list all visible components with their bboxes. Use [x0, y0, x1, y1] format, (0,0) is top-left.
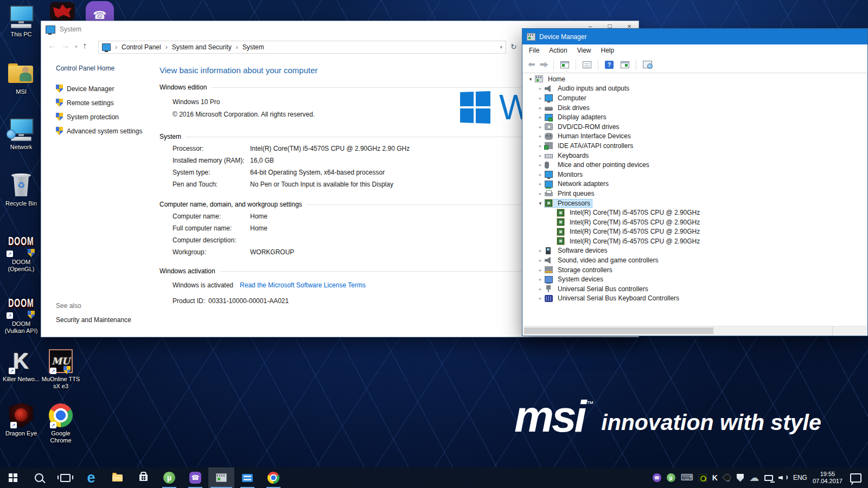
expander-icon[interactable] [536, 277, 545, 282]
address-bar[interactable]: Control Panel System and Security System [98, 41, 506, 54]
tree-item-keyboards[interactable]: Keyboards [523, 151, 867, 160]
desktop-icon-dragon-eye[interactable]: Dragon Eye [2, 402, 41, 437]
tree-item-storage-controllers[interactable]: Storage controllers [523, 265, 867, 275]
tree-item-audio[interactable]: Audio inputs and outputs [523, 84, 867, 94]
sidebar-remote-settings[interactable]: Remote settings [56, 98, 159, 107]
tree-item-cpu-1[interactable]: Intel(R) Core(TM) i5-4570S CPU @ 2.90GHz [523, 217, 867, 227]
tree-item-usb-keyboard-controllers[interactable]: Universal Serial Bus Keyboard Controller… [523, 294, 867, 304]
taskbar-chrome-button[interactable] [260, 467, 286, 488]
expander-icon[interactable] [536, 172, 545, 177]
expander-icon[interactable] [536, 191, 545, 196]
tree-item-dvd-cdrom[interactable]: DVD/CD-ROM drives [523, 122, 867, 132]
device-manager-titlebar[interactable]: Device Manager [522, 29, 867, 44]
properties-icon[interactable] [580, 59, 593, 70]
msi-gaming-app-icon[interactable] [50, 2, 75, 21]
desktop-icon-network[interactable]: Network [2, 116, 41, 151]
viber-desktop-icon[interactable] [86, 1, 114, 21]
tree-item-usb-controllers[interactable]: Universal Serial Bus controllers [523, 284, 867, 294]
task-view-button[interactable] [52, 467, 78, 488]
tray-nvidia-icon[interactable] [699, 474, 707, 481]
breadcrumb-system[interactable]: System [242, 43, 264, 51]
tree-item-hid[interactable]: Human Interface Devices [523, 132, 867, 142]
tray-volume-icon[interactable] [778, 474, 788, 481]
tree-item-network-adapters[interactable]: Network adapters [523, 179, 867, 189]
clock[interactable]: 19:55 07.04.2017 [813, 471, 843, 485]
expander-icon[interactable] [536, 181, 545, 187]
expander-icon[interactable] [536, 153, 545, 158]
expander-icon[interactable] [536, 105, 545, 111]
menu-help[interactable]: Help [596, 47, 620, 54]
desktop-icon-msi-folder[interactable]: MSI [2, 61, 41, 95]
tree-item-disk-drives[interactable]: Disk drives [523, 103, 867, 113]
expander-icon[interactable] [526, 76, 535, 82]
taskbar-search-button[interactable] [26, 467, 52, 488]
desktop-icon-this-pc[interactable]: This PC [2, 3, 41, 38]
expander-icon[interactable] [536, 133, 545, 139]
breadcrumb-system-and-security[interactable]: System and Security [172, 43, 232, 51]
back-icon[interactable] [527, 59, 537, 70]
forward-icon[interactable] [539, 59, 549, 70]
menu-action[interactable]: Action [544, 47, 572, 54]
tray-utorrent-icon[interactable] [667, 473, 675, 482]
expander-icon[interactable] [536, 296, 545, 301]
expander-icon[interactable] [536, 86, 545, 91]
taskbar-edge-button[interactable] [78, 467, 104, 488]
taskbar-store-button[interactable] [130, 467, 156, 488]
desktop-icon-doom-vulkan[interactable]: DOOM (Vulkan API) [2, 293, 41, 335]
expander-icon[interactable] [536, 248, 545, 253]
expander-icon[interactable] [536, 95, 545, 101]
horizontal-scrollbar[interactable] [523, 326, 867, 335]
help-icon[interactable] [603, 59, 616, 70]
tree-item-cpu-3[interactable]: Intel(R) Core(TM) i5-4570S CPU @ 2.90GHz [523, 236, 867, 246]
expander-icon[interactable] [536, 201, 545, 206]
tray-audio-dish-icon[interactable] [723, 474, 731, 481]
action-center-icon[interactable] [850, 473, 861, 483]
up-icon[interactable] [83, 41, 87, 50]
tree-item-ide[interactable]: IDE ATA/ATAPI controllers [523, 141, 867, 151]
tray-viber-icon[interactable] [653, 473, 661, 482]
tree-item-mice[interactable]: Mice and other pointing devices [523, 160, 867, 170]
tree-item-monitors[interactable]: Monitors [523, 170, 867, 179]
expander-icon[interactable] [536, 286, 545, 292]
desktop-icon-google-chrome[interactable]: Google Chrome [41, 402, 80, 444]
expander-icon[interactable] [536, 258, 545, 263]
address-dropdown-icon[interactable] [500, 44, 502, 50]
tree-item-software-devices[interactable]: Software devices [523, 246, 867, 256]
show-console-tree-icon[interactable] [558, 59, 571, 70]
expander-icon[interactable] [536, 143, 545, 149]
tree-item-print-queues[interactable]: Print queues [523, 189, 867, 198]
tree-item-home[interactable]: Home [523, 74, 867, 84]
start-button[interactable] [0, 467, 26, 488]
license-terms-link[interactable]: Read the Microsoft Software License Term… [240, 281, 366, 289]
sidebar-control-panel-home[interactable]: Control Panel Home [56, 65, 159, 72]
taskbar-file-explorer-button[interactable] [104, 467, 130, 488]
history-dropdown-icon[interactable] [75, 41, 78, 50]
desktop-icon-doom-opengl[interactable]: DOOM (OpenGL) [2, 231, 41, 273]
tree-item-computer[interactable]: Computer [523, 93, 867, 103]
menu-file[interactable]: File [524, 47, 544, 54]
expander-icon[interactable] [536, 267, 545, 273]
language-indicator[interactable]: ENG [793, 474, 807, 481]
expander-icon[interactable] [536, 114, 545, 120]
taskbar-viber-button[interactable] [182, 467, 208, 488]
desktop-icon-recycle-bin[interactable]: Recycle Bin [2, 172, 41, 207]
breadcrumb-control-panel[interactable]: Control Panel [122, 43, 161, 51]
tray-killer-network-icon[interactable] [712, 473, 718, 482]
sidebar-system-protection[interactable]: System protection [56, 112, 159, 121]
console-window-icon[interactable] [618, 59, 631, 70]
expander-icon[interactable] [536, 162, 545, 168]
tree-item-processors[interactable]: Processors [523, 198, 867, 208]
sidebar-device-manager[interactable]: Device Manager [56, 84, 159, 93]
taskbar-utorrent-button[interactable] [156, 467, 182, 488]
tray-defender-icon[interactable] [737, 474, 744, 482]
tree-item-sound[interactable]: Sound, video and game controllers [523, 255, 867, 265]
refresh-icon[interactable] [510, 43, 517, 50]
forward-icon[interactable] [61, 41, 69, 50]
tree-item-system-devices[interactable]: System devices [523, 274, 867, 284]
menu-view[interactable]: View [572, 47, 596, 54]
tray-onedrive-icon[interactable] [749, 473, 759, 482]
tree-item-cpu-0[interactable]: Intel(R) Core(TM) i5-4570S CPU @ 2.90GHz [523, 208, 867, 217]
sidebar-security-and-maintenance[interactable]: Security and Maintenance [56, 316, 131, 324]
taskbar-system-button[interactable] [234, 467, 260, 488]
back-icon[interactable] [48, 41, 56, 50]
